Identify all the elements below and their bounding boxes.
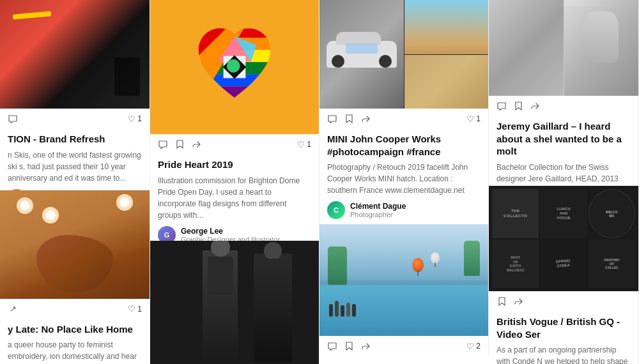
share-icon-1[interactable]: ↗ [8, 304, 18, 314]
card-ski-brand-image [0, 0, 150, 109]
card-british-vogue-image: THECOLLECTO LUNCHANDVOGUE WELCOMO WHATON… [489, 186, 638, 291]
share-icon-4[interactable] [360, 341, 371, 351]
card-mini-desc: Photography / Retouch 2019 facelift John… [327, 162, 481, 196]
comment-icon-5[interactable] [497, 101, 507, 111]
brand-box-6: ANATOMYOFCOLLEC [589, 239, 635, 289]
column-1: ♡ 1 TION - Brand Refresh n Skis, one of … [0, 0, 150, 364]
card-pride-heart-image [150, 0, 319, 134]
heart-icon-2[interactable]: ♡ [128, 304, 135, 314]
bw-figure-image [564, 0, 639, 96]
card-jeremy-image [489, 0, 638, 96]
card-ski-brand-actions: ♡ 1 [0, 109, 150, 126]
brand-box-4: WHATONEARTHWELLNESS [492, 239, 539, 289]
card-jeremy-actions [489, 96, 638, 114]
card-british-vogue-desc: As a part of an ongoing partnership with… [497, 344, 631, 364]
avatar-george: G [158, 226, 176, 241]
brand-box-1: THECOLLECTO [492, 189, 539, 238]
like-count-pride: ♡ 1 [297, 140, 311, 149]
card-no-place-title: y Late: No Place Like Home [8, 323, 142, 336]
column-3: ♡ 1 MINI John Cooper Works #photocampaig… [320, 0, 489, 364]
bookmark-icon-5[interactable] [497, 296, 507, 307]
heart-icon-5[interactable]: ♡ [466, 342, 474, 351]
like-count-no-place: ♡ 1 [128, 304, 142, 314]
like-count-pool: ♡ 2 [466, 342, 481, 351]
mini-sky-image [404, 0, 489, 54]
heart-icon-4[interactable]: ♡ [466, 114, 474, 124]
share-icon-5[interactable] [530, 101, 540, 111]
comment-icon-3[interactable] [327, 114, 337, 124]
column-4: Jeremy Gaillard – I heard about a shel w… [489, 0, 639, 364]
card-pride-author: G George Lee Graphic Designer and Illust… [158, 226, 311, 241]
brand-box-5: SPRINGSTREA [540, 239, 587, 289]
share-icon-6[interactable] [513, 296, 523, 307]
avatar-clement: C [327, 201, 345, 219]
share-icon-2[interactable] [191, 139, 201, 149]
bookmark-icon-2[interactable] [344, 114, 354, 124]
bookmark-icon-1[interactable] [174, 139, 185, 149]
mini-terrain-image [404, 55, 489, 109]
comment-icon[interactable] [8, 114, 18, 124]
heart-icon[interactable]: ♡ [128, 114, 135, 124]
card-mini-actions: ♡ 1 [320, 109, 488, 126]
author-info-george: George Lee Graphic Designer and Illustra… [181, 227, 280, 241]
card-british-vogue-title: British Vogue / British GQ - Video Ser [497, 315, 631, 340]
card-jeremy-desc: Bachelor Collection for the Swiss design… [497, 162, 631, 185]
card-pride-desc: Illustration commission for Brighton Dom… [158, 175, 311, 221]
like-count-1: ♡ 1 [128, 114, 142, 124]
share-icon-3[interactable] [360, 114, 371, 124]
card-pool-actions: ♡ 2 [320, 336, 488, 354]
svg-point-12 [227, 59, 240, 73]
card-pride-title: Pride Heart 2019 [158, 158, 311, 171]
card-british-vogue-body: British Vogue / British GQ - Video Ser A… [489, 309, 638, 364]
card-ski-brand: ♡ 1 TION - Brand Refresh n Skis, one of … [0, 0, 150, 190]
card-british-vogue-actions [489, 291, 638, 309]
column-2: ♡ 1 Pride Heart 2019 Illustration commis… [150, 0, 320, 364]
card-jeremy-body: Jeremy Gaillard – I heard about a shel w… [489, 114, 638, 186]
main-grid: ♡ 1 TION - Brand Refresh n Skis, one of … [0, 0, 639, 364]
brand-box-2: LUNCHANDVOGUE [540, 189, 587, 238]
card-mini-body: MINI John Cooper Works #photocampaign #f… [320, 126, 488, 224]
author-info-clement: Clément Dague Photographer [350, 202, 406, 218]
card-pool: ♡ 2 [320, 224, 489, 354]
card-pride-body: Pride Heart 2019 Illustration commission… [150, 152, 319, 241]
flower-2 [45, 209, 56, 221]
card-pride-heart: ♡ 1 Pride Heart 2019 Illustration commis… [150, 0, 320, 241]
brand-box-3: WELCOMO [589, 189, 635, 238]
card-no-place-body: y Late: No Place Like Home a queer house… [0, 317, 150, 364]
bookmark-icon-3[interactable] [344, 341, 354, 351]
heart-icon-3[interactable]: ♡ [297, 140, 305, 149]
flower-3 [119, 197, 130, 208]
comment-icon-2[interactable] [158, 139, 168, 149]
card-british-vogue: THECOLLECTO LUNCHANDVOGUE WELCOMO WHATON… [489, 186, 639, 364]
mini-car-image [320, 0, 404, 109]
card-jeremy: Jeremy Gaillard – I heard about a shel w… [489, 0, 639, 186]
card-ski-brand-title: TION - Brand Refresh [8, 133, 142, 146]
bw-texture-image [489, 0, 564, 96]
card-pride-actions: ♡ 1 [150, 134, 319, 152]
card-pool-image [320, 224, 488, 336]
card-mini-title: MINI John Cooper Works #photocampaign #f… [327, 133, 481, 158]
card-ski-brand-body: TION - Brand Refresh n Skis, one of the … [0, 126, 150, 190]
rock-decoration [36, 235, 113, 292]
svg-rect-5 [190, 86, 279, 98]
card-ski-brand-desc: n Skis, one of the world fastest growing… [8, 149, 142, 184]
fashion-figures [177, 247, 292, 362]
flower-1 [19, 200, 31, 211]
card-no-place: ↗ ♡ 1 y Late: No Place Like Home a queer… [0, 190, 150, 364]
card-mini-author: C Clément Dague Photographer [327, 201, 481, 219]
like-count-mini: ♡ 1 [466, 114, 481, 124]
card-no-place-actions: ↗ ♡ 1 [0, 299, 150, 317]
card-fashion [150, 241, 320, 364]
card-fashion-image [150, 241, 319, 364]
card-jeremy-title: Jeremy Gaillard – I heard about a shel w… [497, 120, 631, 158]
comment-icon-4[interactable] [327, 341, 337, 351]
card-mini: ♡ 1 MINI John Cooper Works #photocampaig… [320, 0, 489, 224]
card-mini-image [320, 0, 488, 109]
bookmark-icon-4[interactable] [513, 101, 523, 111]
card-no-place-image [0, 190, 150, 299]
card-no-place-desc: a queer house party to feminist embroide… [8, 339, 142, 364]
